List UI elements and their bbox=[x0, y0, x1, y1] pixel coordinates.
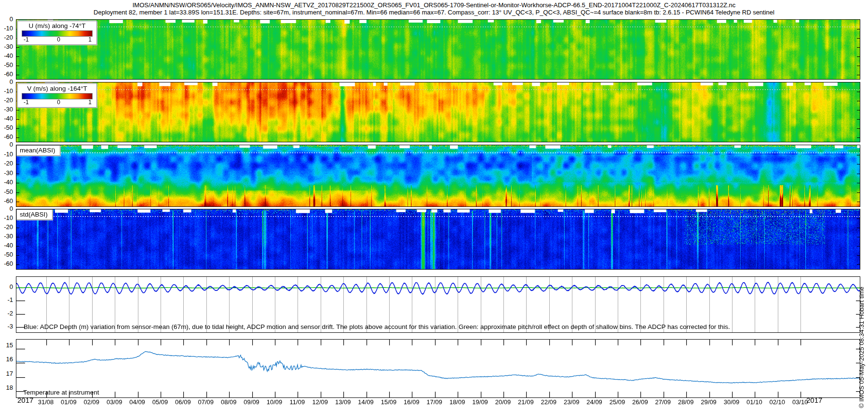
y-tick-label: -30 bbox=[0, 170, 13, 177]
u-colorbar-ticks: -1 0 1 bbox=[18, 37, 96, 43]
x-tick-label: 23/09 bbox=[560, 399, 583, 406]
v-velocity-panel: V (m/s) along -164°T -1 0 1 bbox=[16, 82, 860, 142]
x-tick-label: 09/09 bbox=[240, 399, 263, 406]
y-tick-label: 0 bbox=[0, 141, 13, 148]
y-tick-label: -60 bbox=[0, 198, 13, 205]
x-tick-label: 13/09 bbox=[331, 399, 354, 406]
figure-subtitle-deployment: Deployment 82, member 1 lat=33.89S lon=1… bbox=[0, 9, 868, 16]
x-tick-label: 07/09 bbox=[194, 399, 217, 406]
y-tick-label: -20 bbox=[0, 160, 13, 167]
temperature-label: Temperature at instrument bbox=[23, 389, 99, 396]
figure-title-filename: IMOS/ANMN/NSW/ORS065/Velocity/IMOS_ANMN-… bbox=[0, 2, 868, 9]
mean-absi-heatmap-canvas bbox=[16, 145, 860, 206]
y-tick-label: -10 bbox=[0, 151, 13, 158]
temperature-line-canvas bbox=[16, 340, 860, 397]
x-tick-label: 05/09 bbox=[149, 399, 172, 406]
y-tick-label: -10 bbox=[0, 25, 13, 32]
temperature-panel: Temperature at instrument bbox=[16, 339, 860, 398]
x-tick-label: 06/09 bbox=[171, 399, 194, 406]
y-tick-label: 16 bbox=[0, 356, 13, 363]
x-tick-label: 08/09 bbox=[217, 399, 240, 406]
y-tick-label: -20 bbox=[0, 97, 13, 104]
y-tick-label: 18 bbox=[0, 384, 13, 391]
colorbar-tick-max: 1 bbox=[88, 37, 92, 43]
std-absi-label: std(ABSI) bbox=[16, 209, 53, 220]
y-tick-label: -40 bbox=[0, 115, 13, 122]
colorbar-tick-mid: 0 bbox=[57, 37, 60, 43]
x-tick-label: 02/09 bbox=[80, 399, 103, 406]
y-tick-label: -40 bbox=[0, 242, 13, 249]
y-tick-label: -50 bbox=[0, 124, 13, 131]
x-tick-label: 24/09 bbox=[583, 399, 606, 406]
y-tick-label: -50 bbox=[0, 251, 13, 258]
x-tick-label: 16/09 bbox=[400, 399, 423, 406]
x-tick-label: 04/09 bbox=[126, 399, 149, 406]
x-tick-label: 01/09 bbox=[57, 399, 80, 406]
y-tick-label: -20 bbox=[0, 224, 13, 231]
v-colorbar-ticks: -1 0 1 bbox=[18, 99, 96, 106]
depth-annotation: Blue: ADCP Depth (m) variation from sens… bbox=[24, 323, 730, 330]
mean-absi-panel: mean(ABSI) bbox=[16, 145, 860, 207]
x-tick-label: 21/09 bbox=[514, 399, 537, 406]
u-velocity-heatmap-canvas bbox=[16, 20, 860, 79]
x-axis-year-left: 2017 bbox=[17, 396, 33, 404]
x-tick-label: 29/09 bbox=[697, 399, 720, 406]
y-tick-label: 0 bbox=[0, 284, 13, 290]
y-tick-label: -3 bbox=[0, 323, 13, 330]
y-tick-label: -2 bbox=[0, 310, 13, 317]
y-tick-label: 0 bbox=[0, 205, 13, 212]
y-tick-label: -40 bbox=[0, 53, 13, 59]
imos-copyright-watermark: © IMOS 05-May-2025 08:34:31 Hobart time bbox=[858, 287, 865, 408]
x-tick-label: 02/10 bbox=[766, 399, 789, 406]
x-tick-label: 22/09 bbox=[537, 399, 560, 406]
colorbar-tick-min: -1 bbox=[24, 99, 29, 106]
y-tick-label: -60 bbox=[0, 134, 13, 140]
x-tick-label: 26/09 bbox=[628, 399, 651, 406]
y-tick-label: -40 bbox=[0, 179, 13, 186]
y-tick-label: -50 bbox=[0, 62, 13, 68]
x-tick-label: 28/09 bbox=[674, 399, 697, 406]
x-tick-label: 10/09 bbox=[263, 399, 286, 406]
x-tick-label: 20/09 bbox=[491, 399, 515, 406]
x-tick-label: 03/09 bbox=[103, 399, 126, 406]
y-tick-label: 0 bbox=[0, 79, 13, 85]
x-tick-label: 15/09 bbox=[377, 399, 400, 406]
u-colorbar-legend: U (m/s) along -74°T -1 0 1 bbox=[17, 21, 97, 45]
y-tick-label: -60 bbox=[0, 260, 13, 267]
y-tick-label: -50 bbox=[0, 189, 13, 195]
adcp-depth-variation-panel: Blue: ADCP Depth (m) variation from sens… bbox=[16, 276, 860, 333]
u-legend-title: U (m/s) along -74°T bbox=[18, 22, 96, 30]
x-tick-label: 25/09 bbox=[606, 399, 629, 406]
x-tick-label: 17/09 bbox=[423, 399, 446, 406]
y-tick-label: -1 bbox=[0, 297, 13, 303]
std-absi-panel: std(ABSI) bbox=[16, 209, 860, 270]
x-tick-label: 01/10 bbox=[743, 399, 766, 406]
y-tick-label: -10 bbox=[0, 88, 13, 95]
x-tick-label: 03/10 bbox=[788, 399, 812, 406]
mean-absi-label: mean(ABSI) bbox=[16, 145, 60, 156]
x-tick-label: 18/09 bbox=[446, 399, 469, 406]
y-tick-label: 17 bbox=[0, 370, 13, 377]
x-tick-label: 27/09 bbox=[651, 399, 675, 406]
y-tick-label: -20 bbox=[0, 34, 13, 41]
std-absi-heatmap-canvas bbox=[16, 209, 860, 269]
v-velocity-heatmap-canvas bbox=[16, 82, 860, 142]
u-velocity-panel: U (m/s) along -74°T -1 0 1 bbox=[16, 19, 860, 80]
x-tick-label: 12/09 bbox=[309, 399, 332, 406]
x-tick-label: 19/09 bbox=[469, 399, 492, 406]
y-tick-label: -30 bbox=[0, 43, 13, 50]
v-legend-title: V (m/s) along -164°T bbox=[18, 85, 96, 93]
colorbar-tick-max: 1 bbox=[88, 99, 92, 106]
y-tick-label: -60 bbox=[0, 71, 13, 78]
figure: IMOS/ANMN/NSW/ORS065/Velocity/IMOS_ANMN-… bbox=[0, 0, 868, 410]
colorbar-tick-mid: 0 bbox=[57, 99, 60, 106]
v-colorbar-legend: V (m/s) along -164°T -1 0 1 bbox=[17, 83, 97, 108]
x-tick-label: 31/08 bbox=[34, 399, 57, 406]
y-tick-label: -30 bbox=[0, 106, 13, 113]
x-tick-label: 30/09 bbox=[720, 399, 743, 406]
y-tick-label: -10 bbox=[0, 215, 13, 221]
y-tick-label: 15 bbox=[0, 342, 13, 349]
y-tick-label: 0 bbox=[0, 16, 13, 23]
x-tick-label: 11/09 bbox=[285, 399, 309, 406]
colorbar-tick-min: -1 bbox=[24, 37, 29, 43]
